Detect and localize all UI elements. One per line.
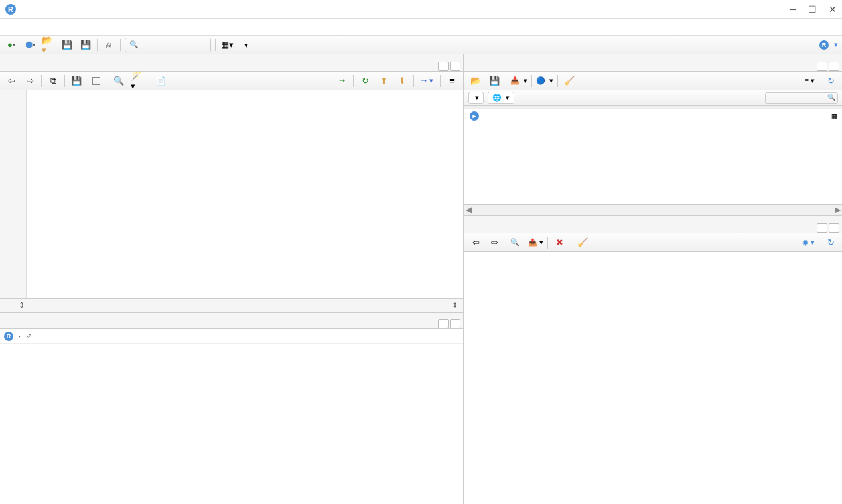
view-table-icon[interactable]: ▦ <box>832 111 837 121</box>
env-variable-row[interactable]: ▶ ▦ <box>464 109 842 123</box>
code-editor[interactable] <box>0 90 463 298</box>
line-gutter <box>0 90 27 298</box>
plot-next-icon[interactable]: ⇨ <box>487 235 502 250</box>
env-toolbar: 📂 💾 📥 ▾ 🔵 ▾ 🧹 ≡ ▾ ↻ <box>464 72 842 90</box>
language-selector[interactable]: ⇕ <box>452 301 458 310</box>
grid-icon[interactable]: ▦▾ <box>220 38 234 52</box>
env-scope-selector[interactable]: 🌐 ▾ <box>488 92 514 104</box>
titlebar: R ─ ☐ ✕ <box>0 0 842 19</box>
scope-selector[interactable]: ⇕ <box>19 301 25 310</box>
outline-icon[interactable]: ≡ <box>445 74 459 88</box>
console-output[interactable] <box>0 344 463 504</box>
maximize-button[interactable]: ☐ <box>808 4 817 15</box>
console-tabstrip <box>0 313 463 329</box>
zoom-button[interactable]: 🔍 <box>510 238 520 247</box>
pane-min-icon[interactable] <box>817 62 827 71</box>
find-icon[interactable]: 🔍 <box>111 74 126 88</box>
compile-report-icon[interactable]: 📄 <box>153 74 168 88</box>
run-button[interactable]: ➝ <box>336 75 349 86</box>
scroll-left-icon[interactable]: ◀ <box>466 205 472 215</box>
editor-toolbar: ⇦ ⇨ ⧉ 💾 🔍 🪄▾ 📄 ➝ ↻ ⬆ ⬇ ➝ <box>0 72 463 90</box>
show-in-new-window-icon[interactable]: ⧉ <box>46 74 60 88</box>
main-toolbar: ●▾ ⬢▾ 📂▾ 💾 💾 🖨 🔍 ▦▾ ▾ R ▾ <box>0 36 842 54</box>
export-button[interactable]: 📤 ▾ <box>528 238 543 247</box>
print-icon[interactable]: 🖨 <box>102 38 116 52</box>
save-all-icon[interactable]: 💾 <box>78 38 93 52</box>
pane-max-icon[interactable] <box>450 319 460 328</box>
rerun-icon[interactable]: ↻ <box>358 74 372 88</box>
pane-max-icon[interactable] <box>450 62 460 71</box>
r-icon: R <box>4 332 13 341</box>
pane-min-icon[interactable] <box>438 62 449 71</box>
menubar <box>0 19 842 36</box>
refresh-env-icon[interactable]: ↻ <box>823 74 838 88</box>
env-tabstrip <box>464 54 842 72</box>
go-up-icon[interactable]: ⬆ <box>376 74 391 88</box>
new-file-icon[interactable]: ●▾ <box>4 38 19 52</box>
new-project-icon[interactable]: ⬢▾ <box>23 38 37 52</box>
pane-min-icon[interactable] <box>438 319 449 328</box>
plot-prev-icon[interactable]: ⇦ <box>468 235 483 250</box>
project-selector[interactable]: R ▾ <box>819 40 838 50</box>
nav-fwd-icon[interactable]: ⇨ <box>23 74 37 88</box>
remove-plot-icon[interactable]: ✖ <box>552 235 567 250</box>
plot-tabstrip <box>464 216 842 233</box>
save-current-icon[interactable]: 💾 <box>69 74 84 88</box>
open-file-icon[interactable]: 📂▾ <box>41 38 56 52</box>
go-down-icon[interactable]: ⬇ <box>395 74 409 88</box>
editor-tabstrip <box>0 54 463 72</box>
addins-menu[interactable]: ▾ <box>238 38 254 52</box>
publish-button[interactable]: ◉ ▾ <box>802 238 815 247</box>
clear-workspace-icon[interactable]: 🧹 <box>562 74 577 88</box>
goto-input[interactable]: 🔍 <box>125 38 211 52</box>
clear-plots-icon[interactable]: 🧹 <box>575 235 590 250</box>
memory-usage[interactable]: 🔵 ▾ <box>536 76 553 85</box>
console-path-bar: R · ⇗ <box>0 329 463 344</box>
plot-area <box>464 252 842 504</box>
import-dataset-button[interactable]: 📥 ▾ <box>510 76 527 85</box>
rstudio-logo-icon: R <box>5 4 16 15</box>
save-icon[interactable]: 💾 <box>60 38 74 52</box>
environment-data: ▶ ▦ <box>464 106 842 204</box>
scroll-right-icon[interactable]: ▶ <box>835 205 841 215</box>
plot-toolbar: ⇦ ⇨ 🔍 📤 ▾ ✖ 🧹 ◉ ▾ ↻ <box>464 233 842 252</box>
editor-statusbar: ⇕ ⇕ <box>0 298 463 312</box>
pane-max-icon[interactable] <box>829 62 839 71</box>
refresh-plot-icon[interactable]: ↻ <box>823 235 838 250</box>
pane-min-icon[interactable] <box>817 223 827 233</box>
save-workspace-icon[interactable]: 💾 <box>487 74 502 88</box>
expand-icon[interactable]: ▶ <box>470 111 479 121</box>
source-button[interactable]: ➝ ▾ <box>418 75 436 86</box>
env-search-input[interactable] <box>765 92 838 104</box>
nav-back-icon[interactable]: ⇦ <box>4 74 19 88</box>
pane-max-icon[interactable] <box>829 223 839 233</box>
source-on-save-checkbox[interactable] <box>92 77 103 85</box>
list-view-selector[interactable]: ≡ ▾ <box>805 76 815 85</box>
code-content[interactable] <box>27 90 463 298</box>
wand-icon[interactable]: 🪄▾ <box>130 74 145 88</box>
scatter-plot <box>474 259 833 497</box>
r-scope-selector[interactable]: ▾ <box>468 92 484 104</box>
load-workspace-icon[interactable]: 📂 <box>468 74 483 88</box>
minimize-button[interactable]: ─ <box>790 4 796 15</box>
r-project-icon: R <box>819 40 829 50</box>
wd-popout-icon[interactable]: ⇗ <box>26 332 32 340</box>
close-button[interactable]: ✕ <box>829 4 837 15</box>
